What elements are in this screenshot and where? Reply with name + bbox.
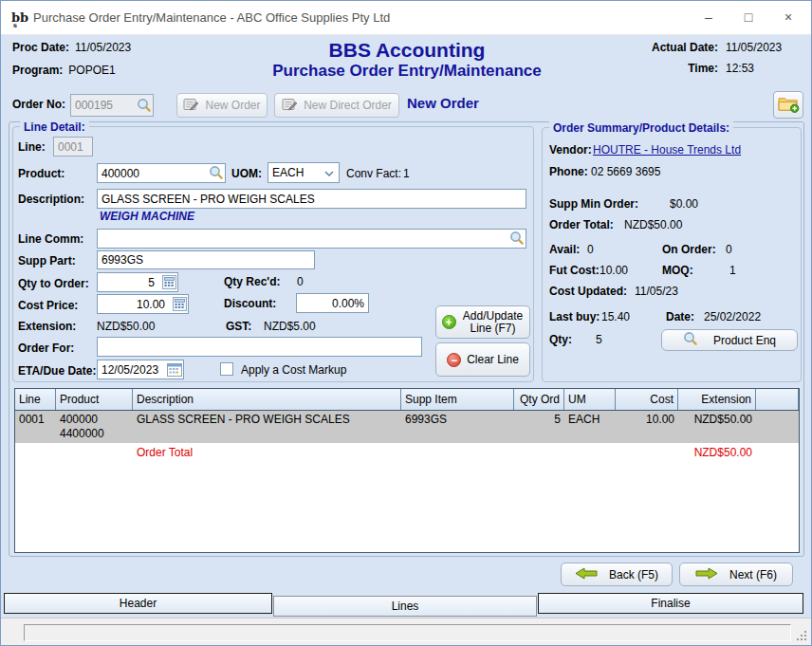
- col-description: Description: [133, 389, 401, 410]
- product-enq-label: Product Enq: [713, 334, 776, 347]
- cell-qty-ord: 5: [514, 411, 564, 443]
- add-update-line-button[interactable]: + Add/Update Line (F7): [435, 305, 530, 339]
- svg-text:s: s: [13, 21, 17, 28]
- line-comm-input[interactable]: [97, 229, 526, 249]
- cell-product-code: 400000: [60, 413, 129, 427]
- extension-value: NZD$50.00: [97, 320, 155, 333]
- cost-markup-checkbox[interactable]: [220, 362, 233, 376]
- add-update-line-label: Add/Update Line (F7): [462, 310, 525, 335]
- order-no-label: Order No:: [12, 98, 65, 111]
- phone-label: Phone:: [549, 165, 588, 178]
- qty-value: 5: [596, 333, 602, 346]
- product-label: Product:: [18, 167, 65, 180]
- uom-select[interactable]: EACH: [268, 162, 340, 183]
- next-label: Next (F6): [729, 568, 777, 581]
- on-order-label: On Order:: [662, 243, 716, 256]
- qty-to-order-wrap: [97, 272, 178, 292]
- window-title: Purchase Order Entry/Maintenance - ABC O…: [33, 10, 390, 25]
- cell-extension: NZD$50.00: [678, 411, 756, 443]
- tab-finalise[interactable]: Finalise: [538, 593, 803, 614]
- table-row[interactable]: 0001 400000 4400000 GLASS SCREEN - PRO W…: [15, 411, 799, 443]
- last-buy-date-label: Date:: [666, 310, 694, 323]
- cell-product-code-2: 4400000: [60, 427, 129, 441]
- next-arrow-icon: [695, 567, 718, 582]
- product-input[interactable]: [97, 163, 226, 183]
- new-direct-order-label: New Direct Order: [304, 99, 392, 112]
- eta-calendar-icon[interactable]: [167, 362, 182, 379]
- cell-supp-item: 6993GS: [401, 411, 514, 443]
- line-label: Line:: [18, 140, 46, 154]
- qty-recd-value: 0: [297, 275, 304, 288]
- summary-order-total-label: Order Total:: [549, 218, 614, 231]
- back-button[interactable]: Back (F5): [561, 563, 673, 586]
- cell-product: 400000 4400000: [56, 411, 133, 443]
- gst-value: NZD$5.00: [264, 320, 316, 333]
- open-order-button[interactable]: [773, 91, 803, 119]
- last-buy-date-value: 25/02/2022: [704, 310, 761, 323]
- product-note: WEIGH MACHINE: [100, 210, 194, 223]
- col-line: Line: [15, 389, 56, 410]
- time-value: 12:53: [726, 62, 800, 75]
- qty-to-order-label: Qty to Order:: [18, 277, 89, 290]
- order-total-row: Order Total NZD$50.00: [15, 443, 799, 462]
- clear-line-label: Clear Line: [467, 353, 519, 366]
- title-bar: bb s Purchase Order Entry/Maintenance - …: [1, 1, 811, 35]
- fut-cost-value: 10.00: [600, 264, 628, 277]
- next-button[interactable]: Next (F6): [679, 563, 793, 586]
- vendor-label: Vendor:: [549, 143, 592, 157]
- close-button[interactable]: ×: [773, 4, 803, 30]
- moq-value: 1: [729, 264, 736, 277]
- uom-value: EACH: [272, 166, 304, 179]
- new-direct-order-button[interactable]: New Direct Order: [274, 93, 399, 118]
- cell-cost: 10.00: [616, 411, 678, 443]
- line-comm-search-icon[interactable]: [509, 231, 525, 249]
- on-order-value: 0: [726, 243, 732, 256]
- supp-part-input[interactable]: [97, 250, 315, 269]
- cell-um: EACH: [564, 411, 616, 443]
- add-icon: +: [442, 315, 456, 329]
- line-number-input[interactable]: [53, 137, 93, 157]
- order-total-value: NZD$50.00: [678, 443, 756, 462]
- product-field-wrap: [97, 163, 226, 183]
- tab-lines[interactable]: Lines: [273, 596, 537, 617]
- chevron-down-icon: [324, 171, 334, 176]
- cost-calculator-icon[interactable]: [173, 297, 187, 314]
- eta-label: ETA/Due Date:: [18, 364, 96, 378]
- maximize-button[interactable]: □: [733, 4, 764, 30]
- col-cost: Cost: [616, 389, 678, 410]
- status-panel: [24, 624, 791, 641]
- col-qty-ord: Qty Ord: [514, 389, 564, 410]
- supp-min-order-value: $0.00: [622, 197, 698, 211]
- cell-line: 0001: [15, 411, 56, 443]
- extension-label: Extension:: [18, 320, 76, 333]
- time-label: Time:: [652, 62, 718, 75]
- product-enq-button[interactable]: Product Enq: [661, 329, 798, 351]
- description-input[interactable]: [97, 189, 526, 209]
- order-status-text: New Order: [407, 95, 479, 111]
- back-label: Back (F5): [609, 568, 658, 581]
- fut-cost-label: Fut Cost:: [549, 264, 600, 277]
- qty-label: Qty:: [549, 333, 572, 346]
- order-total-label: Order Total: [133, 443, 401, 462]
- order-no-field-wrap: [70, 94, 154, 117]
- resize-grip[interactable]: [797, 631, 807, 641]
- order-for-label: Order For:: [18, 341, 74, 355]
- new-order-button[interactable]: New Order: [176, 93, 268, 118]
- col-extension: Extension: [678, 389, 756, 410]
- vendor-link[interactable]: HOUTRE - House Trends Ltd: [593, 143, 741, 157]
- cost-markup-label: Apply a Cost Markup: [241, 363, 346, 377]
- product-search-icon[interactable]: [209, 165, 224, 183]
- tab-header[interactable]: Header: [4, 593, 272, 614]
- clear-line-button[interactable]: − Clear Line: [435, 342, 530, 377]
- qty-calculator-icon[interactable]: [162, 275, 176, 292]
- new-direct-order-icon: [282, 98, 298, 114]
- avail-label: Avail:: [549, 243, 580, 256]
- order-summary-legend: Order Summary/Product Details:: [549, 121, 733, 135]
- moq-label: MOQ:: [662, 264, 693, 277]
- status-bar: [1, 618, 811, 645]
- order-no-search-icon[interactable]: [137, 98, 152, 116]
- discount-input[interactable]: [296, 293, 369, 313]
- order-for-input[interactable]: [97, 337, 422, 357]
- minimize-button[interactable]: –: [693, 4, 724, 30]
- summary-order-total-value: NZD$50.00: [624, 218, 682, 231]
